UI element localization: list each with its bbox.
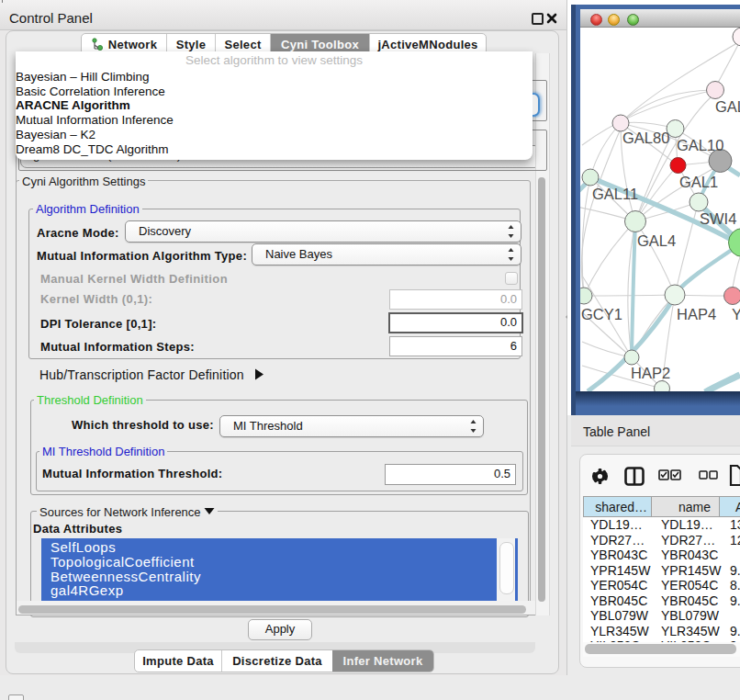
svg-text:HAP2: HAP2 [631, 365, 670, 381]
svg-text:GAL7: GAL7 [715, 98, 740, 115]
svg-text:YP: YP [732, 306, 740, 322]
svg-text:GAL80: GAL80 [622, 130, 669, 146]
svg-text:GAL4: GAL4 [637, 232, 676, 249]
svg-text:GAL11: GAL11 [592, 186, 638, 202]
svg-text:GAL1: GAL1 [679, 174, 718, 190]
svg-text:GAL10: GAL10 [677, 137, 723, 153]
svg-text:HAP4: HAP4 [677, 306, 716, 322]
svg-text:SWI4: SWI4 [700, 210, 736, 227]
svg-text:GCY1: GCY1 [581, 306, 622, 322]
